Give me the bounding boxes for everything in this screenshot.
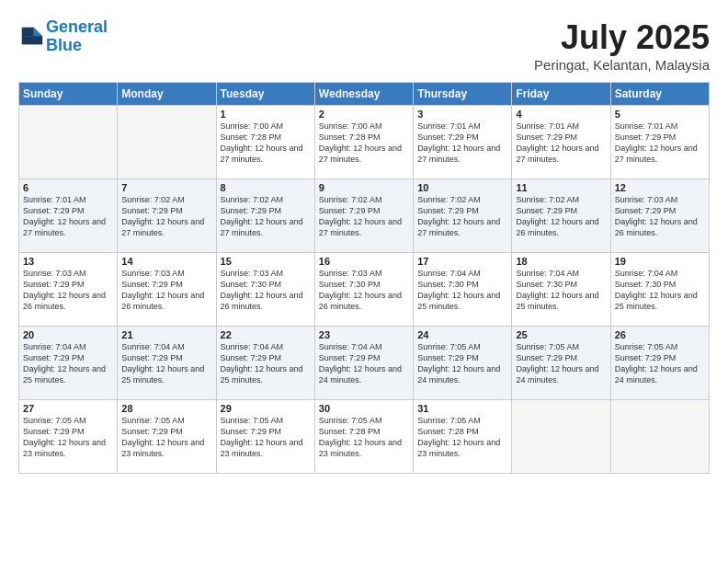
day-content: Sunrise: 7:02 AM Sunset: 7:29 PM Dayligh… [121, 194, 211, 239]
day-content: Sunrise: 7:05 AM Sunset: 7:29 PM Dayligh… [221, 415, 311, 460]
calendar-cell: 19Sunrise: 7:04 AM Sunset: 7:30 PM Dayli… [610, 253, 709, 327]
calendar-cell: 1Sunrise: 7:00 AM Sunset: 7:28 PM Daylig… [216, 106, 314, 179]
calendar-cell: 16Sunrise: 7:03 AM Sunset: 7:30 PM Dayli… [314, 253, 413, 327]
day-content: Sunrise: 7:05 AM Sunset: 7:28 PM Dayligh… [319, 415, 409, 460]
week-row-4: 20Sunrise: 7:04 AM Sunset: 7:29 PM Dayli… [19, 327, 710, 400]
day-content: Sunrise: 7:04 AM Sunset: 7:30 PM Dayligh… [417, 268, 507, 313]
calendar-cell: 12Sunrise: 7:03 AM Sunset: 7:29 PM Dayli… [610, 179, 709, 253]
day-content: Sunrise: 7:05 AM Sunset: 7:29 PM Dayligh… [417, 341, 507, 386]
calendar-cell: 25Sunrise: 7:05 AM Sunset: 7:29 PM Dayli… [512, 327, 610, 400]
day-content: Sunrise: 7:03 AM Sunset: 7:29 PM Dayligh… [23, 268, 113, 313]
calendar-cell: 22Sunrise: 7:04 AM Sunset: 7:29 PM Dayli… [216, 327, 314, 400]
day-number: 14 [121, 256, 211, 267]
calendar-cell: 27Sunrise: 7:05 AM Sunset: 7:29 PM Dayli… [19, 400, 118, 474]
calendar-cell: 21Sunrise: 7:04 AM Sunset: 7:29 PM Dayli… [118, 327, 216, 400]
day-content: Sunrise: 7:01 AM Sunset: 7:29 PM Dayligh… [23, 194, 113, 239]
weekday-header-wednesday: Wednesday [314, 83, 413, 106]
weekday-header-saturday: Saturday [610, 83, 709, 106]
calendar-table: SundayMondayTuesdayWednesdayThursdayFrid… [18, 82, 710, 474]
calendar-cell: 24Sunrise: 7:05 AM Sunset: 7:29 PM Dayli… [414, 327, 512, 400]
day-content: Sunrise: 7:01 AM Sunset: 7:29 PM Dayligh… [615, 121, 705, 166]
calendar-cell: 5Sunrise: 7:01 AM Sunset: 7:29 PM Daylig… [610, 106, 709, 179]
day-content: Sunrise: 7:03 AM Sunset: 7:30 PM Dayligh… [319, 268, 409, 313]
calendar-cell [512, 400, 610, 474]
day-content: Sunrise: 7:03 AM Sunset: 7:29 PM Dayligh… [121, 268, 211, 313]
weekday-header-friday: Friday [512, 83, 610, 106]
day-number: 11 [516, 182, 606, 193]
day-content: Sunrise: 7:05 AM Sunset: 7:29 PM Dayligh… [121, 415, 211, 460]
calendar-cell [19, 106, 118, 179]
calendar-cell: 23Sunrise: 7:04 AM Sunset: 7:29 PM Dayli… [314, 327, 413, 400]
location: Peringat, Kelantan, Malaysia [534, 57, 710, 73]
day-number: 29 [221, 403, 311, 414]
day-content: Sunrise: 7:00 AM Sunset: 7:28 PM Dayligh… [221, 121, 311, 166]
day-number: 24 [417, 329, 507, 340]
day-number: 7 [121, 182, 211, 193]
day-content: Sunrise: 7:03 AM Sunset: 7:30 PM Dayligh… [221, 268, 311, 313]
day-content: Sunrise: 7:02 AM Sunset: 7:29 PM Dayligh… [319, 194, 409, 239]
calendar-cell: 7Sunrise: 7:02 AM Sunset: 7:29 PM Daylig… [118, 179, 216, 253]
title-block: July 2025 Peringat, Kelantan, Malaysia [534, 18, 710, 73]
day-content: Sunrise: 7:05 AM Sunset: 7:29 PM Dayligh… [23, 415, 113, 460]
week-row-1: 1Sunrise: 7:00 AM Sunset: 7:28 PM Daylig… [19, 106, 710, 179]
calendar-cell [118, 106, 216, 179]
day-number: 2 [319, 109, 409, 120]
day-number: 5 [615, 109, 705, 120]
day-content: Sunrise: 7:05 AM Sunset: 7:29 PM Dayligh… [516, 341, 606, 386]
calendar-cell: 6Sunrise: 7:01 AM Sunset: 7:29 PM Daylig… [19, 179, 118, 253]
day-content: Sunrise: 7:05 AM Sunset: 7:29 PM Dayligh… [615, 341, 705, 386]
calendar-cell: 9Sunrise: 7:02 AM Sunset: 7:29 PM Daylig… [314, 179, 413, 253]
calendar-cell: 28Sunrise: 7:05 AM Sunset: 7:29 PM Dayli… [118, 400, 216, 474]
page-header: General Blue July 2025 Peringat, Kelanta… [18, 18, 710, 73]
day-content: Sunrise: 7:04 AM Sunset: 7:29 PM Dayligh… [221, 341, 311, 386]
week-row-2: 6Sunrise: 7:01 AM Sunset: 7:29 PM Daylig… [19, 179, 710, 253]
day-number: 8 [221, 182, 311, 193]
week-row-3: 13Sunrise: 7:03 AM Sunset: 7:29 PM Dayli… [19, 253, 710, 327]
day-number: 23 [319, 329, 409, 340]
calendar-cell: 31Sunrise: 7:05 AM Sunset: 7:28 PM Dayli… [414, 400, 512, 474]
calendar-cell: 30Sunrise: 7:05 AM Sunset: 7:28 PM Dayli… [314, 400, 413, 474]
day-number: 30 [319, 403, 409, 414]
logo-icon [18, 24, 44, 50]
day-number: 19 [615, 256, 705, 267]
calendar-cell: 10Sunrise: 7:02 AM Sunset: 7:29 PM Dayli… [414, 179, 512, 253]
calendar-cell: 20Sunrise: 7:04 AM Sunset: 7:29 PM Dayli… [19, 327, 118, 400]
day-number: 3 [417, 109, 507, 120]
calendar-cell: 2Sunrise: 7:00 AM Sunset: 7:28 PM Daylig… [314, 106, 413, 179]
day-content: Sunrise: 7:05 AM Sunset: 7:28 PM Dayligh… [417, 415, 507, 460]
day-number: 13 [23, 256, 113, 267]
day-number: 20 [23, 329, 113, 340]
svg-rect-1 [22, 28, 34, 36]
calendar-cell: 4Sunrise: 7:01 AM Sunset: 7:29 PM Daylig… [512, 106, 610, 179]
month-title: July 2025 [534, 18, 710, 57]
calendar-cell: 18Sunrise: 7:04 AM Sunset: 7:30 PM Dayli… [512, 253, 610, 327]
day-number: 15 [221, 256, 311, 267]
day-number: 25 [516, 329, 606, 340]
day-number: 17 [417, 256, 507, 267]
day-number: 12 [615, 182, 705, 193]
day-content: Sunrise: 7:00 AM Sunset: 7:28 PM Dayligh… [319, 121, 409, 166]
day-content: Sunrise: 7:02 AM Sunset: 7:29 PM Dayligh… [516, 194, 606, 239]
logo-text: General Blue [46, 18, 108, 55]
day-number: 6 [23, 182, 113, 193]
day-content: Sunrise: 7:04 AM Sunset: 7:30 PM Dayligh… [615, 268, 705, 313]
calendar-cell: 8Sunrise: 7:02 AM Sunset: 7:29 PM Daylig… [216, 179, 314, 253]
weekday-header-thursday: Thursday [414, 83, 512, 106]
day-content: Sunrise: 7:02 AM Sunset: 7:29 PM Dayligh… [221, 194, 311, 239]
day-number: 4 [516, 109, 606, 120]
calendar-cell [610, 400, 709, 474]
day-number: 1 [221, 109, 311, 120]
calendar-cell: 13Sunrise: 7:03 AM Sunset: 7:29 PM Dayli… [19, 253, 118, 327]
day-content: Sunrise: 7:04 AM Sunset: 7:30 PM Dayligh… [516, 268, 606, 313]
weekday-header-sunday: Sunday [19, 83, 118, 106]
calendar-cell: 29Sunrise: 7:05 AM Sunset: 7:29 PM Dayli… [216, 400, 314, 474]
svg-rect-2 [22, 36, 42, 44]
logo-line1: General [46, 17, 108, 36]
day-number: 22 [221, 329, 311, 340]
calendar-cell: 15Sunrise: 7:03 AM Sunset: 7:30 PM Dayli… [216, 253, 314, 327]
week-row-5: 27Sunrise: 7:05 AM Sunset: 7:29 PM Dayli… [19, 400, 710, 474]
logo-line2: Blue [46, 36, 82, 54]
calendar-cell: 26Sunrise: 7:05 AM Sunset: 7:29 PM Dayli… [610, 327, 709, 400]
day-content: Sunrise: 7:01 AM Sunset: 7:29 PM Dayligh… [516, 121, 606, 166]
day-content: Sunrise: 7:04 AM Sunset: 7:29 PM Dayligh… [23, 341, 113, 386]
